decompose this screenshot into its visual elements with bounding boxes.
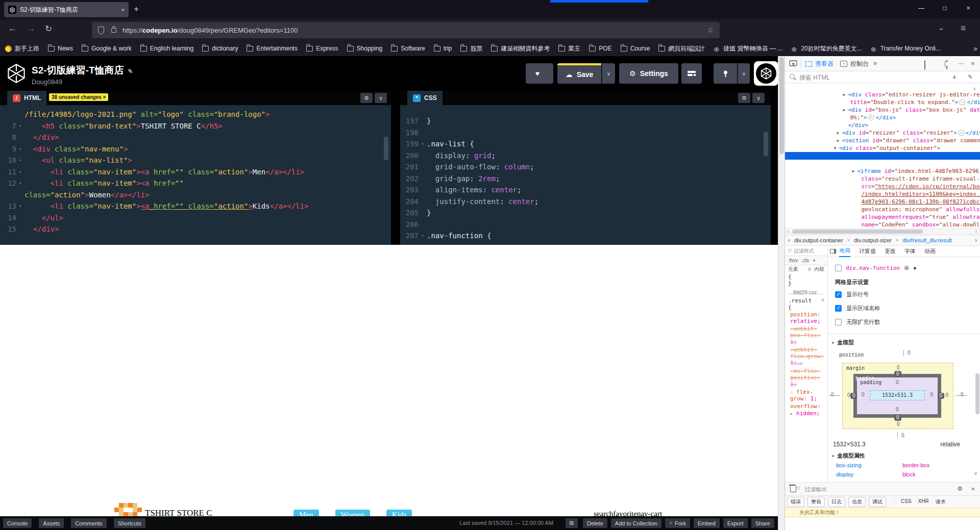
html-editor-collapse-button[interactable]: ∨	[375, 93, 387, 103]
box-model-property-row[interactable]: display block	[836, 471, 964, 477]
fold-arrow-icon[interactable]	[419, 150, 427, 162]
dom-node-row[interactable]: src="https://cdpn.io/cp/internal/boomboo…	[785, 175, 980, 183]
color-swatch-icon[interactable]: ●	[913, 265, 917, 271]
padding-left-value[interactable]: 0	[862, 392, 865, 397]
css-declaration[interactable]: -ms-flex-positive: 1;	[785, 367, 827, 388]
fold-arrow-icon[interactable]: ▾	[16, 143, 24, 155]
dom-node-row[interactable]: </div>	[785, 114, 980, 121]
fold-arrow-icon[interactable]	[16, 189, 24, 201]
markup-horizontal-scrollbar[interactable]: ‹ ›	[785, 228, 980, 235]
log-level-filter[interactable]: 错误	[787, 497, 804, 507]
fold-arrow-icon[interactable]: ▾	[16, 155, 24, 166]
log-category-filter[interactable]: XHR	[918, 498, 929, 506]
dom-node-row[interactable]: class="result-iframe iframe-visual-updat…	[785, 167, 980, 175]
fold-arrow-icon[interactable]	[16, 223, 24, 235]
code-line[interactable]: 205 }	[400, 207, 771, 219]
position-bottom-value[interactable]: 0	[901, 433, 904, 438]
bookmark-item[interactable]: Course	[621, 45, 650, 52]
footer-button[interactable]: Add to Collection	[611, 518, 662, 528]
tab-console[interactable]: › 控制台	[840, 56, 869, 71]
dom-node-row[interactable]: geolocation; microphone" allowfullscreen…	[785, 198, 980, 206]
fold-arrow-icon[interactable]: ▾	[419, 230, 427, 242]
fold-arrow-icon[interactable]: ▾	[16, 166, 24, 178]
padding-bottom-value[interactable]: 0	[896, 407, 899, 412]
border-right-value[interactable]: 0	[937, 393, 944, 399]
scroll-up-icon[interactable]: ∧	[973, 86, 976, 91]
breadcrumb-forward-icon[interactable]: ›	[975, 237, 977, 244]
dom-node-row[interactable]: ▶<div id="resizer" class="resizer">⋯</di…	[785, 121, 980, 129]
create-node-button[interactable]: +	[952, 73, 957, 81]
bookmark-item[interactable]: trip	[434, 45, 452, 52]
box-model-property-row[interactable]: box-sizing border-box	[836, 462, 964, 468]
fold-arrow-icon[interactable]	[419, 127, 427, 139]
css-code-area[interactable]: 197 } 198 199 ▾ .nav-list {	[400, 105, 771, 245]
code-line[interactable]: 200 display: grid;	[400, 150, 771, 162]
grid-option-checkbox[interactable]	[835, 305, 842, 312]
dom-node-row[interactable]: /index.html?editors=1100&key=index.html-	[785, 183, 980, 190]
log-category-filter[interactable]: 请求	[936, 498, 946, 506]
footer-button[interactable]: Delete	[583, 518, 607, 528]
code-line[interactable]: 204 justify-content: center;	[400, 196, 771, 208]
box-model-title[interactable]: ▼盒模型	[831, 339, 854, 346]
dom-node-row[interactable]: modals allow-pointer-lock origin allow-s…	[785, 221, 980, 228]
padding-box[interactable]: padding 0 0 0 0 1532×531.3	[857, 377, 938, 414]
css-editor-settings-button[interactable]: ⚙	[738, 93, 750, 103]
bookmark-item[interactable]: Software	[391, 45, 425, 52]
fold-arrow-icon[interactable]: ▾	[16, 178, 24, 189]
breadcrumb-item[interactable]: div.output-container	[794, 237, 843, 243]
scrollbar-thumb[interactable]	[792, 230, 923, 234]
code-line[interactable]: 10 ▾ <ul class="nav-list">	[0, 155, 391, 166]
new-tab-button[interactable]: +	[134, 4, 139, 14]
code-line[interactable]: 9 ▾ <div class="nav-menu">	[0, 143, 391, 155]
bookmark-item[interactable]: 股票	[460, 44, 482, 53]
code-line[interactable]: 203 align-items: center;	[400, 184, 771, 196]
fold-arrow-icon[interactable]: ▾	[419, 138, 427, 150]
eyedropper-icon[interactable]: ✎	[968, 73, 973, 81]
content-box[interactable]: 1532×531.3	[870, 390, 925, 400]
code-line[interactable]: 198	[400, 127, 771, 139]
dom-node-row[interactable]: title="Double-click to expand.">⋯</div>e…	[785, 91, 980, 98]
external-view-button[interactable]: ⧉	[566, 518, 578, 528]
unsaved-changes-badge[interactable]: 38 unsaved changes ×	[49, 93, 108, 101]
tab-html[interactable]: / HTML	[7, 91, 46, 105]
sidebar-tab[interactable]: 字体	[904, 246, 916, 257]
log-category-filter[interactable]: CSS	[901, 498, 912, 506]
border-top-value[interactable]: 0	[894, 371, 901, 377]
dom-node-row[interactable]: ▶<section id="drawer" class="drawer comm…	[785, 129, 980, 137]
stylesheet-link[interactable]: …8dd29.css:…	[785, 287, 827, 296]
lock-icon[interactable]	[111, 28, 116, 33]
bookmark-item[interactable]: 業主	[558, 44, 580, 53]
close-tab-icon[interactable]: ×	[118, 7, 125, 13]
fold-arrow-icon[interactable]	[419, 196, 427, 208]
log-level-filter[interactable]: 信息	[848, 497, 866, 507]
css-editor-collapse-button[interactable]: ∨	[752, 93, 765, 103]
bookmark-item[interactable]: Shopping	[347, 45, 383, 52]
url-bar[interactable]: https://codepen.io/doug0849/pen/GREMGeo?…	[92, 22, 720, 38]
crosshair-icon[interactable]: ⊕	[904, 264, 909, 271]
pen-author[interactable]: Doug0849	[32, 78, 62, 86]
rule-selector[interactable]: .result ⚙	[785, 296, 827, 304]
settings-button[interactable]: ⚙Settings	[619, 63, 678, 84]
code-line[interactable]: 202 grid-gap: 2rem;	[400, 173, 771, 185]
border-left-value[interactable]: 0	[850, 393, 857, 399]
console-settings-icon[interactable]: ⚙	[957, 485, 963, 492]
code-line[interactable]: /file/14985/logo-2021.png" alt="logo" cl…	[0, 109, 391, 120]
tab-inspector[interactable]: 查看器	[805, 56, 834, 71]
code-line[interactable]: 8 </div>	[0, 132, 391, 143]
dom-node-row[interactable]: ▼<div class="output-container">	[785, 137, 980, 144]
code-line[interactable]: 201 grid-auto-flow: column;	[400, 161, 771, 173]
grid-overlay-selector[interactable]: div.nav-function	[846, 265, 900, 271]
footer-button[interactable]: Comments	[71, 518, 106, 528]
margin-right-value[interactable]: 0	[945, 392, 948, 398]
footer-button[interactable]: Assets	[39, 518, 64, 528]
bookmark-item[interactable]: Google & work	[82, 45, 132, 52]
page-scrollbar-thumb[interactable]	[779, 57, 784, 154]
position-left-value[interactable]: 0	[831, 392, 834, 397]
breadcrumb-back-icon[interactable]: ‹	[788, 237, 790, 244]
code-line[interactable]: 206	[400, 219, 771, 231]
code-line[interactable]: 12 ▾ <li class="nav-item"><a href=""	[0, 178, 391, 189]
devtools-menu-icon[interactable]: ⋯	[958, 60, 964, 67]
sidebar-tab[interactable]: 计算值	[859, 246, 876, 257]
bookmark-item[interactable]: English learning	[140, 45, 193, 52]
bookmark-item[interactable]: 網頁前端設計	[658, 44, 705, 53]
